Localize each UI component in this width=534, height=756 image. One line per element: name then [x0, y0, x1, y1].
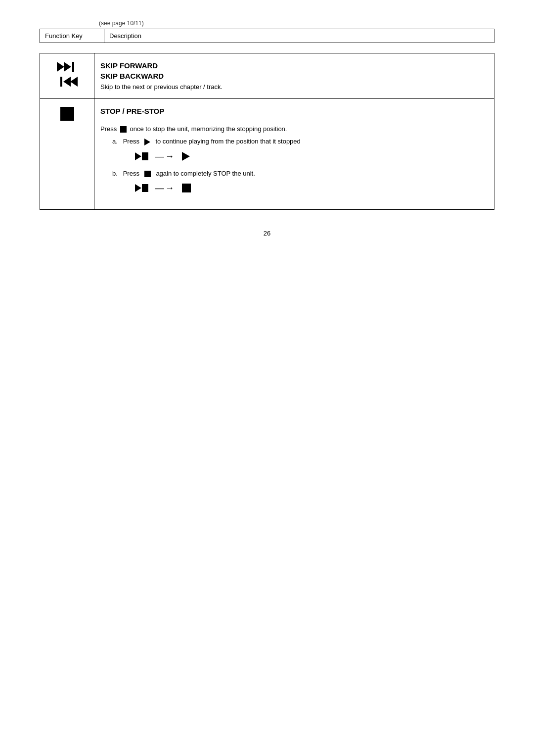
instruction-a: a. Press to continue playing from the po…	[112, 138, 488, 145]
skip-subtitle: Skip to the next or previous chapter / t…	[100, 83, 488, 91]
stop-icon	[60, 107, 74, 121]
prestop-icon-diagram-a	[135, 152, 148, 160]
svg-rect-2	[72, 62, 74, 72]
inline-stop-icon-1	[120, 126, 127, 133]
skip-backward-title: SKIP BACKWARD	[100, 72, 488, 80]
skip-icon-group	[46, 61, 88, 87]
skip-forward-title: SKIP FORWARD	[100, 61, 488, 70]
page-number: 26	[40, 230, 494, 237]
skip-icons-cell	[40, 53, 94, 99]
table-row-skip: SKIP FORWARD SKIP BACKWARD Skip to the n…	[40, 53, 494, 99]
stop-icon-diagram-b	[182, 184, 191, 192]
diagram-arrow-b: —→	[155, 183, 175, 193]
prestop-icon-diagram-b	[135, 184, 148, 192]
play-icon-diagram-a	[182, 152, 190, 161]
header-func-key: Function Key	[40, 29, 104, 43]
stop-title: STOP / PRE-STOP	[100, 107, 488, 115]
svg-marker-5	[63, 77, 71, 87]
stop-description-cell: STOP / PRE-STOP Press once to stop the u…	[94, 99, 494, 210]
header-description: Description	[104, 29, 494, 43]
skip-forward-icon	[57, 61, 78, 72]
diagram-arrow-a: —→	[155, 151, 175, 162]
diagram-a: —→	[135, 151, 488, 162]
skip-backward-icon	[57, 76, 78, 87]
skip-description-cell: SKIP FORWARD SKIP BACKWARD Skip to the n…	[94, 53, 494, 99]
inline-play-icon-a	[144, 139, 150, 145]
svg-rect-3	[60, 77, 62, 87]
stop-intro-text: Press once to stop the unit, memorizing …	[100, 125, 488, 133]
svg-marker-4	[70, 77, 78, 87]
instruction-b: b. Press again to completely STOP the un…	[112, 170, 488, 177]
main-content-table: SKIP FORWARD SKIP BACKWARD Skip to the n…	[40, 53, 494, 210]
inline-stop-icon-b	[144, 171, 151, 177]
svg-rect-6	[60, 107, 74, 121]
diagram-b: —→	[135, 183, 488, 193]
table-row-stop: STOP / PRE-STOP Press once to stop the u…	[40, 99, 494, 210]
header-table: Function Key Description	[40, 29, 494, 43]
svg-marker-0	[57, 62, 64, 72]
stop-icon-cell	[40, 99, 94, 210]
svg-marker-1	[64, 62, 71, 72]
see-page-reference: (see page 10/11)	[99, 20, 494, 27]
